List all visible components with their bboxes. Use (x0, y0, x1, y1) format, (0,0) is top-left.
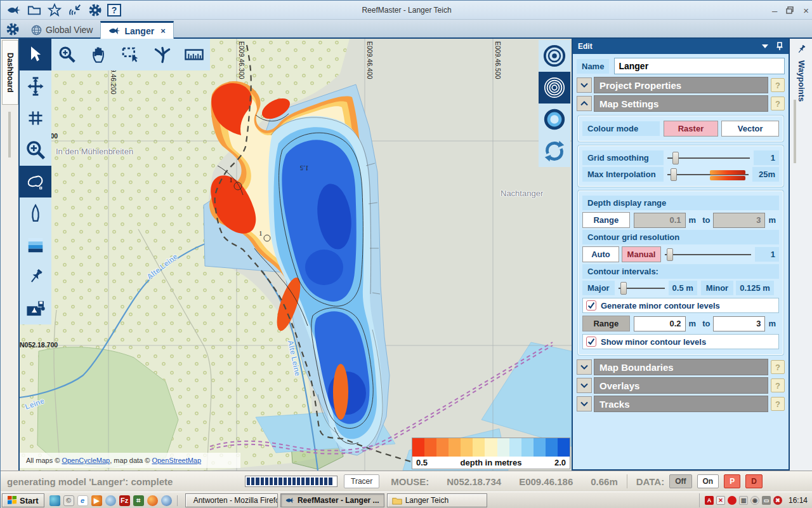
minor-from-input[interactable] (634, 316, 686, 331)
grid-tool[interactable] (20, 102, 51, 134)
depth-range-button[interactable]: Range (582, 212, 630, 228)
restore-button[interactable] (786, 5, 794, 16)
place-label: Nachtanger (501, 189, 543, 198)
waypoint-pin-tool[interactable] (20, 261, 51, 293)
tray-antivirus-icon[interactable] (728, 496, 737, 505)
full-extent-tool[interactable] (20, 166, 51, 197)
generate-minor-checkbox[interactable] (586, 300, 596, 311)
section-map-settings[interactable]: Map Settings (594, 95, 768, 112)
measure-ruler-tool[interactable] (178, 39, 210, 70)
help-button[interactable]: ? (771, 78, 785, 92)
tray-security-icon[interactable]: ✖ (773, 496, 782, 505)
tray-display-icon[interactable]: ▥ (739, 496, 748, 505)
section-tracks[interactable]: Tracks (594, 396, 768, 412)
ql-swirl-icon[interactable] (49, 495, 60, 506)
tray-pdf-icon[interactable]: A (705, 496, 714, 505)
auto-button[interactable]: Auto (582, 246, 619, 262)
progress-bar (245, 476, 337, 487)
start-button[interactable]: Start (2, 493, 44, 507)
tracks-chevron-icon[interactable] (577, 396, 592, 411)
tab-close-icon[interactable]: × (160, 26, 166, 36)
right-splitter-handle[interactable] (794, 100, 796, 163)
zoom-in-tool[interactable] (51, 39, 83, 70)
shading-circle-tool[interactable] (539, 104, 570, 135)
ql-firefox-icon[interactable] (147, 495, 158, 506)
help-button[interactable]: ? (771, 97, 785, 110)
close-button[interactable]: × (803, 5, 809, 16)
map-canvas[interactable]: E009.46.200 E009.46.300 E009.46.400 E009… (20, 39, 572, 471)
openstreetmap-link[interactable]: OpenStreetMap (152, 457, 201, 464)
data-on-button[interactable]: On (697, 474, 719, 488)
task-reefmaster[interactable]: ReefMaster - Langer ... (280, 493, 384, 507)
grid-smoothing-slider[interactable] (667, 151, 750, 165)
dashboard-gear-icon[interactable] (5, 22, 20, 39)
vector-button[interactable]: Vector (721, 121, 779, 137)
ql-app-icon[interactable]: © (63, 495, 74, 506)
minimize-button[interactable]: – (772, 5, 777, 16)
task-folder[interactable]: Langer Teich (387, 493, 487, 507)
ql-filezilla-icon[interactable]: Fz (119, 495, 130, 506)
vessel-tool[interactable] (20, 197, 51, 229)
depth-to-input[interactable] (713, 213, 765, 228)
help-button[interactable]: ? (771, 397, 785, 411)
ql-globe-icon[interactable] (161, 495, 172, 506)
major-interval-slider[interactable] (619, 281, 665, 295)
max-interpolation-slider[interactable] (667, 168, 749, 182)
contour-rings-tool[interactable] (539, 72, 570, 104)
tray-monitor-icon[interactable]: ▭ (762, 496, 771, 505)
project-properties-chevron-icon[interactable] (577, 77, 592, 93)
refresh-tool[interactable] (539, 135, 570, 167)
section-overlays[interactable]: Overlays (594, 377, 768, 394)
overlays-chevron-icon[interactable] (577, 378, 592, 393)
map-settings-chevron-icon[interactable] (577, 96, 592, 111)
ql-calc-icon[interactable]: ⌗ (133, 495, 144, 506)
depth-from-input[interactable] (634, 213, 686, 228)
raster-button[interactable]: Raster (664, 121, 719, 137)
legend-min: 0.5 (416, 458, 428, 467)
task-firefox[interactable]: Antworten - Mozilla Firefox (185, 493, 278, 507)
generate-minor-label: Generate minor contour levels (601, 301, 720, 311)
contour-grid-resolution-label: Contour grid resolution (582, 230, 779, 244)
panel-menu-icon[interactable] (762, 44, 768, 48)
help-button[interactable]: ? (771, 360, 785, 374)
data-off-button[interactable]: Off (669, 474, 691, 488)
section-map-boundaries[interactable]: Map Boundaries (594, 359, 768, 375)
tray-network-error-icon[interactable]: ✕ (716, 496, 725, 505)
ql-media-icon[interactable]: ▶ (91, 495, 102, 506)
pin-icon[interactable] (776, 42, 783, 51)
depth-shading-tool[interactable] (20, 229, 51, 261)
ql-cd-icon[interactable] (105, 495, 116, 506)
help-button[interactable]: ? (771, 378, 785, 392)
tray-volume-icon[interactable]: ◉ (750, 496, 759, 505)
resolution-value: 1 (755, 247, 779, 262)
tab-langer[interactable]: Langer × (100, 21, 173, 39)
right-dock-strip: Waypoints (790, 39, 812, 471)
name-input[interactable] (614, 58, 785, 74)
track-tool[interactable] (147, 39, 178, 70)
export-map-tool[interactable] (20, 293, 51, 324)
edit-panel-header[interactable]: Edit (573, 39, 789, 54)
status-bar: generating model 'Langer': complete Trac… (1, 471, 812, 491)
center-target-tool[interactable] (539, 40, 570, 72)
section-project-properties[interactable]: Project Properties (594, 77, 768, 93)
data-d-button[interactable]: D (745, 474, 763, 488)
tab-global-view[interactable]: Global View (23, 21, 100, 39)
ql-ie-icon[interactable]: e (77, 495, 88, 506)
dashboard-tab[interactable]: Dashboard (2, 40, 18, 105)
opencyclemap-link[interactable]: OpenCycleMap (62, 457, 110, 464)
move-arrows-tool[interactable] (20, 70, 51, 102)
resolution-slider[interactable] (665, 248, 751, 262)
pan-hand-tool[interactable] (83, 39, 115, 70)
select-cursor-tool[interactable] (20, 39, 51, 70)
map-toolbar-right (539, 40, 570, 167)
manual-button[interactable]: Manual (622, 246, 661, 262)
minor-to-input[interactable] (713, 316, 765, 331)
left-splitter-handle[interactable] (8, 112, 11, 157)
zoom-area-tool[interactable] (20, 134, 51, 166)
box-select-tool[interactable] (115, 39, 147, 70)
data-p-button[interactable]: P (724, 474, 740, 488)
map-boundaries-chevron-icon[interactable] (577, 359, 592, 375)
tracer-button[interactable]: Tracer (344, 474, 379, 488)
minor-range-button[interactable]: Range (582, 316, 630, 331)
show-minor-checkbox[interactable] (586, 337, 596, 347)
